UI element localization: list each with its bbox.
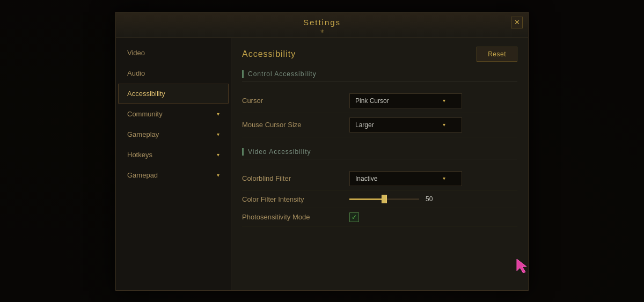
cursor-label: Cursor [242, 97, 349, 105]
cursor-select-wrapper: Pink Cursor ▾ [349, 93, 462, 108]
sidebar-item-gamepad[interactable]: Gamepad ▾ [118, 165, 229, 185]
section-video-accessibility: Video Accessibility Colorblind Filter In… [242, 148, 517, 227]
pink-cursor-icon [515, 258, 528, 273]
reset-button[interactable]: Reset [477, 47, 517, 62]
filter-intensity-value: 50 [426, 195, 442, 203]
photosensitivity-checkbox[interactable]: ✓ [349, 212, 359, 222]
chevron-down-icon: ▾ [443, 98, 445, 104]
modal-title: Settings [303, 18, 341, 27]
sidebar-label-gamepad: Gamepad [127, 171, 158, 179]
cursor-size-select-value: Larger [355, 121, 374, 129]
sidebar-item-community[interactable]: Community ▾ [118, 104, 229, 124]
chevron-down-icon: ▾ [443, 175, 445, 181]
slider-thumb[interactable] [382, 195, 387, 203]
cursor-select-value: Pink Cursor [355, 97, 389, 105]
cursor-size-label: Mouse Cursor Size [242, 121, 349, 129]
cursor-select[interactable]: Pink Cursor ▾ [349, 93, 462, 108]
filter-intensity-label: Color Filter Intensity [242, 195, 349, 203]
modal-overlay: Settings ⚜ ✕ Video Audio Accessibility C… [0, 0, 644, 302]
content-header: Accessibility Reset [242, 47, 517, 62]
sidebar-label-accessibility: Accessibility [127, 90, 165, 98]
sidebar: Video Audio Accessibility Community ▾ Ga… [116, 38, 231, 290]
colorblind-label: Colorblind Filter [242, 174, 349, 182]
section-title-control: Control Accessibility [242, 70, 517, 82]
chevron-down-icon: ▾ [443, 122, 445, 128]
slider-fill [349, 198, 384, 200]
sidebar-label-community: Community [127, 110, 163, 118]
setting-row-photosensitivity: Photosensitivity Mode ✓ [242, 208, 517, 227]
sidebar-label-gameplay: Gameplay [127, 130, 159, 138]
chevron-down-icon: ▾ [217, 172, 219, 178]
setting-row-filter-intensity: Color Filter Intensity 50 [242, 191, 517, 208]
svg-marker-0 [517, 259, 526, 273]
cursor-size-select[interactable]: Larger ▾ [349, 117, 462, 132]
sidebar-item-video[interactable]: Video [118, 43, 229, 63]
sidebar-label-video: Video [127, 49, 145, 57]
photosensitivity-label: Photosensitivity Mode [242, 213, 349, 221]
close-button[interactable]: ✕ [511, 17, 523, 28]
title-bar: Settings ⚜ ✕ [116, 12, 528, 38]
section-title-text-video: Video Accessibility [248, 148, 311, 156]
settings-modal: Settings ⚜ ✕ Video Audio Accessibility C… [115, 12, 529, 291]
sidebar-label-hotkeys: Hotkeys [127, 151, 152, 159]
section-control-accessibility: Control Accessibility Cursor Pink Cursor… [242, 70, 517, 137]
setting-row-colorblind: Colorblind Filter Inactive ▾ [242, 167, 517, 191]
sidebar-label-audio: Audio [127, 69, 145, 77]
chevron-down-icon: ▾ [217, 152, 219, 158]
sidebar-item-audio[interactable]: Audio [118, 63, 229, 83]
content-title: Accessibility [242, 49, 296, 59]
colorblind-select-value: Inactive [355, 175, 377, 182]
colorblind-select-wrapper: Inactive ▾ [349, 171, 462, 186]
setting-row-cursor-size: Mouse Cursor Size Larger ▾ [242, 113, 517, 137]
filter-intensity-slider-container: 50 [349, 195, 517, 203]
section-title-text-control: Control Accessibility [248, 70, 317, 78]
checkbox-check-icon: ✓ [352, 213, 357, 221]
sidebar-item-gameplay[interactable]: Gameplay ▾ [118, 124, 229, 144]
filter-intensity-slider-track[interactable] [349, 198, 419, 200]
cursor-size-select-wrapper: Larger ▾ [349, 117, 462, 132]
section-title-video: Video Accessibility [242, 148, 517, 159]
content-area: Accessibility Reset Control Accessibilit… [231, 38, 528, 290]
chevron-down-icon: ▾ [217, 131, 219, 137]
ornament-icon: ⚜ [116, 28, 528, 34]
modal-body: Video Audio Accessibility Community ▾ Ga… [116, 38, 528, 290]
sidebar-item-hotkeys[interactable]: Hotkeys ▾ [118, 145, 229, 165]
colorblind-select[interactable]: Inactive ▾ [349, 171, 462, 186]
chevron-down-icon: ▾ [217, 111, 219, 117]
sidebar-item-accessibility[interactable]: Accessibility [118, 84, 229, 104]
setting-row-cursor: Cursor Pink Cursor ▾ [242, 89, 517, 113]
